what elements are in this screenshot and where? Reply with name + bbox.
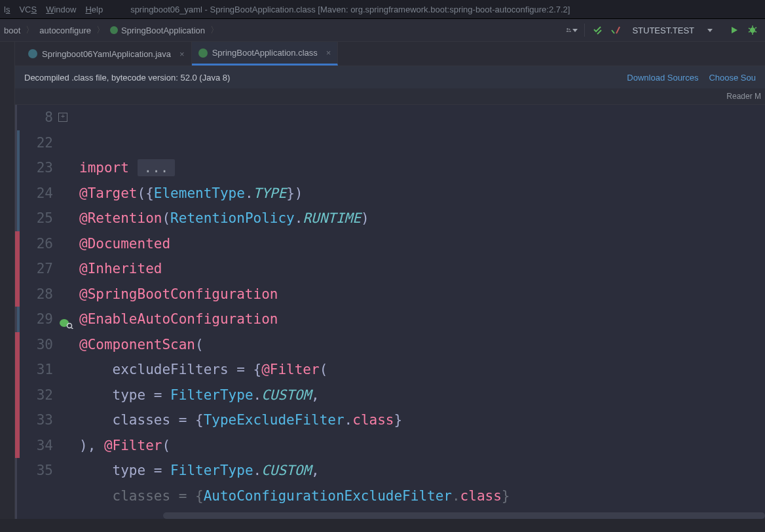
build-icon[interactable]: [591, 24, 603, 36]
left-gutter-strip: [0, 42, 15, 519]
tab-label: Springboot06YamlApplication.java: [42, 49, 171, 59]
debug-icon[interactable]: [747, 24, 758, 36]
menu-item-vcs[interactable]: VCS: [19, 5, 37, 14]
tab-label: SpringBootApplication.class: [212, 48, 318, 58]
users-icon[interactable]: [566, 24, 578, 36]
choose-sources-link[interactable]: Choose Sou: [709, 73, 756, 83]
horizontal-scrollbar[interactable]: [163, 512, 765, 519]
close-icon[interactable]: ×: [179, 49, 185, 59]
menu-item-window[interactable]: Window: [46, 5, 76, 14]
java-file-icon: [28, 49, 37, 58]
run-icon[interactable]: [728, 24, 740, 36]
breadcrumb[interactable]: boot 〉 autoconfigure 〉 SpringBootApplica…: [0, 24, 219, 36]
reader-bar: Reader M: [15, 88, 765, 105]
bottom-gap: [0, 519, 765, 532]
tab-springboot-application[interactable]: SpringBootApplication.class ×: [192, 42, 339, 66]
chevron-right-icon: 〉: [210, 24, 219, 36]
menu-item-help[interactable]: Help: [85, 5, 103, 14]
code-editor[interactable]: 82223242526272829303132333435 + import .…: [15, 105, 765, 519]
line-number-gutter: 82223242526272829303132333435: [15, 105, 57, 519]
menu-bar: ls VCS Window Help springboot06_yaml - S…: [0, 0, 765, 19]
run-config-select[interactable]: STUTEST.TEST: [628, 26, 722, 35]
close-icon[interactable]: ×: [326, 48, 331, 58]
chevron-down-icon: [707, 29, 713, 32]
separator: [584, 24, 585, 37]
class-file-icon: [198, 48, 208, 58]
navigation-bar: boot 〉 autoconfigure 〉 SpringBootApplica…: [0, 19, 765, 42]
chevron-right-icon: 〉: [96, 24, 105, 36]
reader-mode-label[interactable]: Reader M: [726, 92, 761, 101]
menu-item-ls[interactable]: ls: [4, 5, 10, 14]
tab-yaml-application[interactable]: Springboot06YamlApplication.java ×: [22, 42, 192, 66]
window-title: springboot06_yaml - SpringBootApplicatio…: [130, 5, 761, 14]
run-config-label: STUTEST.TEST: [632, 26, 694, 35]
crumb-autoconfigure[interactable]: autoconfigure: [35, 26, 95, 35]
code-area[interactable]: import ...@Target({ElementType.TYPE})@Re…: [79, 105, 765, 519]
crumb-class[interactable]: SpringBootApplication: [106, 26, 209, 35]
gutter-icons: +: [57, 105, 79, 519]
svg-point-0: [750, 28, 755, 33]
svg-point-2: [67, 324, 72, 328]
download-sources-link[interactable]: Download Sources: [627, 73, 698, 83]
bean-icon[interactable]: [58, 312, 74, 325]
editor-tabs: Springboot06YamlApplication.java × Sprin…: [15, 42, 765, 66]
crumb-boot[interactable]: boot: [0, 26, 24, 35]
diff-icon[interactable]: [610, 24, 622, 36]
decompiled-banner: Decompiled .class file, bytecode version…: [15, 66, 765, 88]
banner-text: Decompiled .class file, bytecode version…: [24, 73, 230, 83]
expand-icon[interactable]: +: [58, 113, 67, 122]
chevron-right-icon: 〉: [26, 24, 34, 36]
